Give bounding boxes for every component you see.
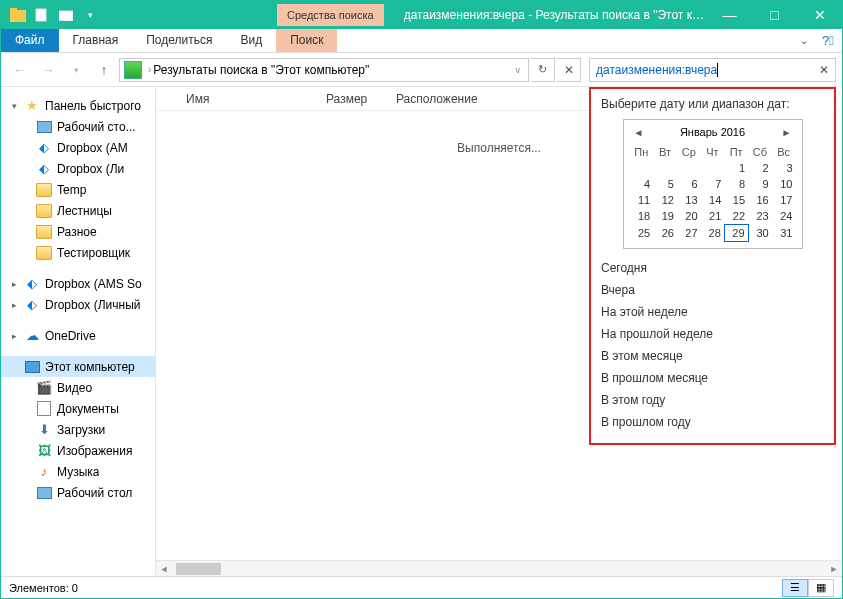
refresh-button[interactable]: ↻: [531, 58, 555, 82]
tree-item[interactable]: Лестницы: [1, 200, 155, 221]
search-input[interactable]: датаизменения:вчера ✕: [589, 58, 836, 82]
cal-day[interactable]: [630, 160, 654, 176]
tree-item[interactable]: ♪Музыка: [1, 461, 155, 482]
cal-day[interactable]: 24: [772, 208, 796, 225]
cal-day[interactable]: [653, 160, 677, 176]
scroll-left-icon[interactable]: ◄: [156, 564, 172, 574]
cal-day[interactable]: [701, 160, 725, 176]
minimize-button[interactable]: —: [707, 1, 752, 29]
tab-view[interactable]: Вид: [226, 29, 276, 52]
cal-day[interactable]: 16: [748, 192, 772, 208]
date-option[interactable]: В этом месяце: [601, 345, 824, 367]
help-icon[interactable]: ?⃝: [818, 29, 838, 52]
address-dropdown-icon[interactable]: v: [512, 65, 525, 75]
expand-icon[interactable]: ▾: [9, 101, 19, 111]
cal-prev-icon[interactable]: ◄: [630, 127, 648, 138]
cal-day[interactable]: 15: [724, 192, 748, 208]
stop-button[interactable]: ✕: [557, 58, 581, 82]
tab-search[interactable]: Поиск: [276, 29, 337, 52]
cal-day[interactable]: 20: [677, 208, 701, 225]
tree-item[interactable]: ⬖Dropbox (Ли: [1, 158, 155, 179]
tree-item[interactable]: ▾★Панель быстрого: [1, 95, 155, 116]
cal-day[interactable]: 4: [630, 176, 654, 192]
tab-share[interactable]: Поделиться: [132, 29, 226, 52]
cal-day[interactable]: [677, 160, 701, 176]
tab-home[interactable]: Главная: [59, 29, 133, 52]
cal-day[interactable]: 17: [772, 192, 796, 208]
scroll-right-icon[interactable]: ►: [826, 564, 842, 574]
horizontal-scrollbar[interactable]: ◄ ►: [156, 560, 842, 576]
tree-item[interactable]: ▸⬖Dropbox (AMS So: [1, 273, 155, 294]
cal-day[interactable]: 3: [772, 160, 796, 176]
date-option[interactable]: На этой неделе: [601, 301, 824, 323]
scroll-thumb[interactable]: [176, 563, 221, 575]
expand-icon[interactable]: ▸: [9, 279, 19, 289]
close-button[interactable]: ✕: [797, 1, 842, 29]
forward-button[interactable]: →: [35, 57, 61, 83]
up-button[interactable]: ↑: [91, 57, 117, 83]
cal-day[interactable]: 9: [748, 176, 772, 192]
cal-day[interactable]: 30: [748, 225, 772, 242]
date-option[interactable]: На прошлой неделе: [601, 323, 824, 345]
qat-properties-icon[interactable]: [31, 4, 53, 26]
cal-day[interactable]: 7: [701, 176, 725, 192]
cal-day[interactable]: 22: [724, 208, 748, 225]
calendar-picker[interactable]: ◄ Январь 2016 ► ПнВтСрЧтПтСбВс1234567891…: [623, 119, 803, 249]
cal-month-label[interactable]: Январь 2016: [680, 126, 745, 138]
tree-item[interactable]: Документы: [1, 398, 155, 419]
tree-item[interactable]: Рабочий сто...: [1, 116, 155, 137]
cal-day[interactable]: 18: [630, 208, 654, 225]
maximize-button[interactable]: □: [752, 1, 797, 29]
back-button[interactable]: ←: [7, 57, 33, 83]
tab-file[interactable]: Файл: [1, 29, 59, 52]
cal-day[interactable]: 1: [724, 160, 748, 176]
tree-item[interactable]: ⬇Загрузки: [1, 419, 155, 440]
cal-day[interactable]: 5: [653, 176, 677, 192]
cal-day[interactable]: 11: [630, 192, 654, 208]
tree-item[interactable]: Тестировщик: [1, 242, 155, 263]
cal-day[interactable]: 25: [630, 225, 654, 242]
tree-item[interactable]: Рабочий стол: [1, 482, 155, 503]
expand-icon[interactable]: ▸: [9, 331, 19, 341]
col-name[interactable]: Имя: [176, 92, 316, 106]
tree-item[interactable]: Этот компьютер: [1, 356, 155, 377]
cal-day[interactable]: 13: [677, 192, 701, 208]
navigation-pane[interactable]: ▾★Панель быстрогоРабочий сто...⬖Dropbox …: [1, 87, 156, 576]
date-option[interactable]: Сегодня: [601, 257, 824, 279]
tree-item[interactable]: 🖼Изображения: [1, 440, 155, 461]
tree-item[interactable]: ⬖Dropbox (AM: [1, 137, 155, 158]
col-size[interactable]: Размер: [316, 92, 386, 106]
tree-item[interactable]: Temp: [1, 179, 155, 200]
date-option[interactable]: В этом году: [601, 389, 824, 411]
cal-day[interactable]: 26: [653, 225, 677, 242]
view-details-button[interactable]: ☰: [782, 579, 808, 597]
tree-item[interactable]: ▸☁OneDrive: [1, 325, 155, 346]
cal-day[interactable]: 19: [653, 208, 677, 225]
cal-day[interactable]: 29: [724, 225, 748, 242]
cal-day[interactable]: 14: [701, 192, 725, 208]
date-option[interactable]: В прошлом месяце: [601, 367, 824, 389]
search-clear-icon[interactable]: ✕: [819, 63, 829, 77]
tree-item[interactable]: ▸⬖Dropbox (Личный: [1, 294, 155, 315]
date-option[interactable]: В прошлом году: [601, 411, 824, 433]
cal-day[interactable]: 28: [701, 225, 725, 242]
cal-day[interactable]: 21: [701, 208, 725, 225]
breadcrumb[interactable]: Результаты поиска в "Этот компьютер": [153, 63, 369, 77]
qat-dropdown-icon[interactable]: ▾: [79, 4, 101, 26]
qat-newfolder-icon[interactable]: [55, 4, 77, 26]
cal-day[interactable]: 23: [748, 208, 772, 225]
tree-item[interactable]: 🎬Видео: [1, 377, 155, 398]
date-option[interactable]: Вчера: [601, 279, 824, 301]
ribbon-expand-icon[interactable]: ⌄: [794, 29, 814, 52]
view-thumbnails-button[interactable]: ▦: [808, 579, 834, 597]
cal-day[interactable]: 27: [677, 225, 701, 242]
cal-day[interactable]: 12: [653, 192, 677, 208]
address-bar[interactable]: › Результаты поиска в "Этот компьютер" v: [119, 58, 529, 82]
cal-day[interactable]: 10: [772, 176, 796, 192]
recent-dropdown[interactable]: ▾: [63, 57, 89, 83]
cal-day[interactable]: 8: [724, 176, 748, 192]
cal-day[interactable]: 6: [677, 176, 701, 192]
tree-item[interactable]: Разное: [1, 221, 155, 242]
expand-icon[interactable]: ▸: [9, 300, 19, 310]
cal-day[interactable]: 2: [748, 160, 772, 176]
